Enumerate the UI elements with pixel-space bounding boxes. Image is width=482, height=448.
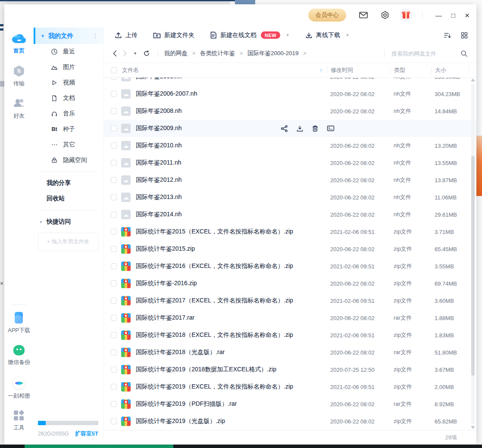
file-name[interactable]: 国际统计年鉴2019（2018数据加工EXCEL格式）.zip — [131, 366, 327, 373]
row-checkbox[interactable] — [111, 160, 117, 166]
table-row[interactable]: 国际统计年鉴2019（2018数据加工EXCEL格式）.zip2020-07-2… — [104, 361, 476, 378]
file-name[interactable]: 国际统计年鉴2019（光盘版）.zip — [131, 417, 327, 425]
table-row[interactable]: 国际统计年鉴2018（EXCEL，文件名按指标名称命名）.zip2021-02-… — [104, 327, 476, 344]
rail-item-wechat-backup[interactable]: 微信备份 — [8, 345, 30, 366]
maximize-button[interactable]: □ — [451, 12, 455, 19]
sidebar-item-recent[interactable]: 最近 — [34, 44, 103, 59]
folder-dropzone[interactable]: + 拖入常用文件夹 — [38, 233, 98, 251]
select-all-checkbox[interactable] — [111, 67, 117, 73]
gift-promo-icon[interactable] — [400, 9, 413, 22]
table-row[interactable]: 国际统计年鉴2017（EXCEL，文件名按指标名称命名）.zip2021-02-… — [104, 292, 476, 309]
row-checkbox[interactable] — [111, 418, 117, 424]
table-row[interactable]: 国际统计年鉴-2016.zip2020-06-22 08:02zip文件69.7… — [104, 275, 476, 292]
file-name[interactable]: 国际统计年鉴2017.rar — [131, 314, 327, 322]
sidebar-item-other[interactable]: ⋯ 其它 — [34, 137, 103, 152]
table-row[interactable]: ☁国际年鉴2005.nh2020-06-22 08:02nh文件355.90MB — [104, 78, 476, 85]
table-row[interactable]: 国际统计年鉴2017.rar2020-06-22 08:02rar文件1.88M… — [104, 309, 476, 327]
sidebar-item-pictures[interactable]: 图片 — [34, 59, 103, 75]
chevron-down-icon[interactable]: ▼ — [345, 33, 350, 37]
table-row[interactable]: ☁国际年鉴2013.nh2020-06-22 08:02nh文件11.06MB — [104, 189, 476, 206]
file-name[interactable]: 国际年鉴2006-2007.nh — [131, 90, 327, 98]
row-checkbox[interactable] — [111, 91, 117, 97]
row-checkbox[interactable] — [111, 177, 117, 183]
table-row[interactable]: ☁国际年鉴2011.nh2020-06-22 08:02nh文件13.55MB — [104, 154, 476, 171]
mail-icon[interactable] — [359, 12, 368, 19]
more-options-icon[interactable]: ⋮ — [92, 32, 98, 39]
table-row[interactable]: 国际统计年鉴2015.zip2020-06-22 08:02zip文件65.45… — [104, 240, 476, 258]
file-name[interactable]: 国际统计年鉴2017（EXCEL，文件名按指标名称命名）.zip — [131, 297, 327, 305]
settings-gear-icon[interactable] — [381, 11, 389, 19]
scrollbar-thumb[interactable] — [471, 156, 475, 376]
sidebar-item-my-files[interactable]: ▼ 我的文件 ⋮ — [34, 28, 103, 44]
sidebar-item-recycle-bin[interactable]: 回收站 — [34, 191, 103, 206]
column-header-type[interactable]: 类型 — [390, 66, 431, 74]
rail-item-home[interactable]: 首页 — [11, 32, 27, 55]
row-checkbox[interactable] — [111, 349, 117, 355]
row-checkbox[interactable] — [111, 212, 117, 218]
search-input[interactable] — [391, 50, 460, 57]
scroll-down-arrow[interactable] — [471, 426, 475, 429]
delete-icon[interactable] — [312, 125, 319, 132]
row-checkbox[interactable] — [111, 143, 117, 149]
scroll-up-arrow[interactable] — [471, 78, 475, 81]
row-checkbox[interactable] — [111, 108, 117, 114]
file-name[interactable]: 国际年鉴2005.nh — [131, 78, 327, 81]
rename-icon[interactable] — [327, 125, 335, 132]
row-checkbox[interactable] — [111, 298, 117, 304]
row-checkbox[interactable] — [111, 315, 117, 321]
table-row[interactable]: 国际统计年鉴2019（光盘版）.zip2020-06-22 08:02zip文件… — [104, 413, 476, 430]
row-checkbox[interactable] — [111, 78, 117, 80]
chevron-down-icon[interactable]: ▼ — [285, 33, 290, 37]
breadcrumb-item[interactable]: 各类统计年鉴 — [200, 50, 235, 57]
sidebar-item-documents[interactable]: 文档 — [34, 90, 103, 106]
sidebar-item-hidden-space[interactable]: 隐藏空间 — [34, 152, 103, 168]
sidebar-item-quick-access[interactable]: ▼ 快捷访问 — [34, 214, 103, 230]
file-name[interactable]: 国际年鉴2010.nh — [131, 142, 327, 149]
table-row[interactable]: 国际统计年鉴2019（EXCEL，文件名按指标名称命名）.zip2021-02-… — [104, 378, 476, 395]
history-dropdown-icon[interactable]: ▼ — [133, 51, 137, 56]
breadcrumb-item[interactable]: 我的网盘 — [164, 50, 188, 57]
row-checkbox[interactable] — [111, 367, 117, 373]
grid-view-icon[interactable] — [461, 32, 468, 39]
row-checkbox[interactable] — [111, 384, 117, 390]
forward-button[interactable] — [123, 50, 127, 57]
rail-item-transfer[interactable]: ⇅ 传输 — [13, 65, 25, 87]
table-row[interactable]: ☁国际年鉴2009.nh — [104, 120, 476, 137]
file-name[interactable]: 国际统计年鉴2018（光盘版）.rar — [131, 348, 327, 356]
row-checkbox[interactable] — [111, 229, 117, 235]
file-name[interactable]: 国际统计年鉴2015.zip — [131, 245, 327, 253]
chevron-down-icon[interactable]: ▼ — [39, 220, 43, 224]
table-row[interactable]: 国际统计年鉴2015（EXCEL，文件名按指标名称命名）.zip2021-02-… — [104, 223, 476, 240]
column-header-size[interactable]: 大小 — [431, 66, 469, 74]
file-name[interactable]: 国际统计年鉴2018（EXCEL，文件名按指标名称命名）.zip — [131, 331, 327, 339]
chevron-down-icon[interactable]: ▼ — [41, 34, 45, 38]
breadcrumb-item[interactable]: 国际年鉴2000-2019 — [247, 50, 299, 57]
new-online-doc-button[interactable]: 新建在线文档 NEW ▼ — [210, 31, 290, 39]
share-icon[interactable] — [281, 125, 288, 132]
row-checkbox[interactable] — [111, 125, 117, 131]
search-icon[interactable] — [460, 50, 468, 57]
sidebar-item-music[interactable]: 音乐 — [34, 106, 103, 121]
file-name[interactable]: 国际统计年鉴2019（EXCEL，文件名按指标名称命名）.zip — [131, 383, 327, 391]
upload-button[interactable]: 上传 — [115, 31, 138, 39]
member-center-button[interactable]: 会员中心 — [308, 9, 346, 22]
file-name[interactable]: 国际统计年鉴-2016.zip — [131, 280, 327, 287]
table-row[interactable]: ☁国际年鉴2012.nh2020-06-22 08:02nh文件13.87MB — [104, 171, 476, 189]
sidebar-item-torrents[interactable]: Bt 种子 — [34, 121, 103, 137]
table-row[interactable]: 国际统计年鉴2018（光盘版）.rar2020-06-22 08:02rar文件… — [104, 344, 476, 361]
refresh-button[interactable] — [143, 50, 150, 57]
sort-ascending-icon[interactable]: ↑ — [320, 67, 323, 73]
table-row[interactable]: ☁国际年鉴2014.nh2020-06-22 08:02nh文件29.61MB — [104, 206, 476, 223]
file-name[interactable]: 国际统计年鉴2015（EXCEL，文件名按指标名称命名）.zip — [131, 228, 327, 236]
table-row[interactable]: 国际统计年鉴2016（EXCEL，文件名按指标名称命名）.zip2021-02-… — [104, 258, 476, 275]
table-row[interactable]: ☁国际年鉴2006-2007.nh2020-06-22 08:02nh文件304… — [104, 85, 476, 103]
rail-item-tools[interactable]: 工具 — [13, 411, 25, 432]
new-folder-button[interactable]: 新建文件夹 — [153, 31, 194, 39]
expand-storage-link[interactable]: 扩容至5T — [75, 430, 98, 438]
table-row[interactable]: ☁国际年鉴2008.nh2020-06-22 08:02nh文件14.84MB — [104, 103, 476, 120]
close-button[interactable]: × — [465, 11, 469, 19]
row-checkbox[interactable] — [111, 332, 117, 338]
column-header-name[interactable]: 文件名 — [122, 66, 139, 74]
row-checkbox[interactable] — [111, 246, 117, 252]
file-name[interactable]: 国际年鉴2012.nh — [131, 176, 327, 184]
